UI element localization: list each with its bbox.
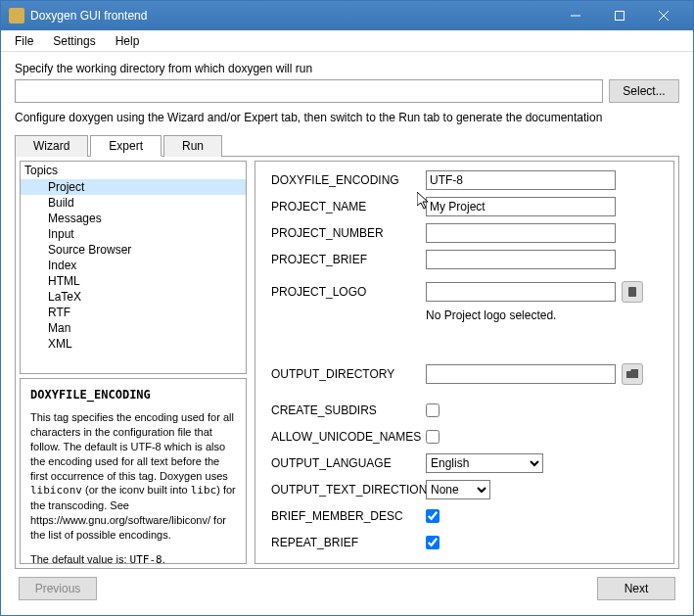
topics-panel: Topics Project Build Messages Input Sour… xyxy=(20,161,247,374)
topic-build[interactable]: Build xyxy=(21,195,246,211)
app-icon xyxy=(9,8,24,24)
label-output-language: OUTPUT_LANGUAGE xyxy=(271,456,426,470)
input-project-brief[interactable] xyxy=(426,250,616,269)
topic-input[interactable]: Input xyxy=(21,226,246,242)
label-output-text-direction: OUTPUT_TEXT_DIRECTION xyxy=(271,483,426,497)
label-brief-member-desc: BRIEF_MEMBER_DESC xyxy=(271,509,426,523)
select-output-text-direction[interactable]: None xyxy=(426,480,490,499)
next-button[interactable]: Next xyxy=(597,577,675,600)
input-project-logo[interactable] xyxy=(426,282,616,302)
check-repeat-brief[interactable] xyxy=(426,536,440,549)
label-repeat-brief: REPEAT_BRIEF xyxy=(271,536,426,549)
menu-settings[interactable]: Settings xyxy=(43,32,105,50)
label-project-number: PROJECT_NUMBER xyxy=(271,226,426,240)
input-output-directory[interactable] xyxy=(426,364,616,384)
input-project-name[interactable] xyxy=(426,197,616,216)
browse-output-button[interactable] xyxy=(622,363,643,385)
check-create-subdirs[interactable] xyxy=(426,403,440,417)
topic-html[interactable]: HTML xyxy=(21,273,246,289)
menu-help[interactable]: Help xyxy=(106,32,150,50)
window-title: Doxygen GUI frontend xyxy=(30,9,553,23)
configure-label: Configure doxygen using the Wizard and/o… xyxy=(15,111,679,124)
input-doxyfile-encoding[interactable] xyxy=(426,170,616,190)
input-project-number[interactable] xyxy=(426,223,616,243)
help-text: This tag specifies the encoding used for… xyxy=(30,410,236,564)
menu-file[interactable]: File xyxy=(5,32,43,50)
topic-messages[interactable]: Messages xyxy=(21,211,246,226)
label-create-subdirs: CREATE_SUBDIRS xyxy=(271,403,426,417)
tab-run[interactable]: Run xyxy=(163,135,222,157)
select-output-language[interactable]: English xyxy=(426,453,543,473)
check-brief-member-desc[interactable] xyxy=(426,509,440,523)
label-project-brief: PROJECT_BRIEF xyxy=(271,253,426,266)
topic-source-browser[interactable]: Source Browser xyxy=(21,242,246,258)
working-dir-input[interactable] xyxy=(15,79,603,103)
folder-icon xyxy=(626,369,638,379)
topic-xml[interactable]: XML xyxy=(21,336,246,352)
logo-status: No Project logo selected. xyxy=(426,308,670,322)
working-dir-label: Specify the working directory from which… xyxy=(15,62,679,75)
select-dir-button[interactable]: Select... xyxy=(609,79,679,103)
close-button[interactable] xyxy=(641,2,685,29)
label-project-logo: PROJECT_LOGO xyxy=(271,285,426,299)
label-output-directory: OUTPUT_DIRECTORY xyxy=(271,367,426,381)
label-project-name: PROJECT_NAME xyxy=(271,200,426,213)
help-title: DOXYFILE_ENCODING xyxy=(30,387,236,403)
topic-index[interactable]: Index xyxy=(21,258,246,273)
titlebar: Doxygen GUI frontend xyxy=(1,1,693,30)
check-allow-unicode-names[interactable] xyxy=(426,430,440,444)
help-panel: DOXYFILE_ENCODING This tag specifies the… xyxy=(20,378,247,564)
topic-man[interactable]: Man xyxy=(21,320,246,336)
label-allow-unicode-names: ALLOW_UNICODE_NAMES xyxy=(271,430,426,444)
maximize-button[interactable] xyxy=(597,2,641,29)
menubar: File Settings Help xyxy=(1,30,693,52)
minimize-button[interactable] xyxy=(553,2,597,29)
svg-rect-4 xyxy=(628,287,636,297)
browse-logo-button[interactable] xyxy=(622,281,643,303)
tab-expert[interactable]: Expert xyxy=(90,135,162,157)
topic-latex[interactable]: LaTeX xyxy=(21,289,246,305)
settings-panel[interactable]: DOXYFILE_ENCODING PROJECT_NAME PROJECT_N… xyxy=(254,161,674,564)
tab-wizard[interactable]: Wizard xyxy=(15,135,88,157)
file-icon xyxy=(626,286,638,298)
topics-title: Topics xyxy=(21,162,246,179)
label-doxyfile-encoding: DOXYFILE_ENCODING xyxy=(271,173,426,187)
previous-button[interactable]: Previous xyxy=(19,577,97,600)
topics-list[interactable]: Project Build Messages Input Source Brow… xyxy=(21,179,246,373)
tab-bar: Wizard Expert Run xyxy=(15,134,679,157)
topic-project[interactable]: Project xyxy=(21,179,246,195)
svg-rect-1 xyxy=(615,12,624,21)
topic-rtf[interactable]: RTF xyxy=(21,305,246,320)
